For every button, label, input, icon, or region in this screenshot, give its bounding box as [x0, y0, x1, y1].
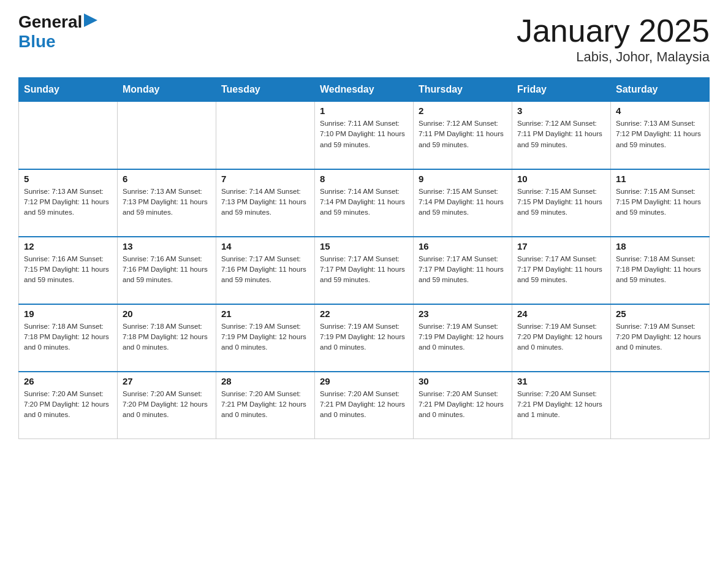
day-info: Sunrise: 7:16 AM Sunset: 7:16 PM Dayligh… [123, 254, 211, 286]
table-row: 9Sunrise: 7:15 AM Sunset: 7:14 PM Daylig… [414, 169, 512, 237]
table-row [19, 102, 118, 169]
day-number: 17 [517, 241, 605, 251]
title-block: January 2025 Labis, Johor, Malaysia [517, 12, 710, 65]
calendar-week-row: 1Sunrise: 7:11 AM Sunset: 7:10 PM Daylig… [19, 102, 710, 169]
table-row: 29Sunrise: 7:20 AM Sunset: 7:21 PM Dayli… [315, 372, 414, 439]
table-row: 8Sunrise: 7:14 AM Sunset: 7:14 PM Daylig… [315, 169, 414, 237]
day-info: Sunrise: 7:14 AM Sunset: 7:13 PM Dayligh… [221, 186, 309, 218]
day-number: 1 [320, 105, 408, 116]
day-info: Sunrise: 7:20 AM Sunset: 7:21 PM Dayligh… [517, 389, 605, 421]
day-number: 30 [419, 376, 507, 386]
table-row: 17Sunrise: 7:17 AM Sunset: 7:17 PM Dayli… [512, 237, 611, 304]
table-row: 15Sunrise: 7:17 AM Sunset: 7:17 PM Dayli… [315, 237, 414, 304]
day-info: Sunrise: 7:17 AM Sunset: 7:17 PM Dayligh… [419, 254, 507, 286]
table-row [118, 102, 216, 169]
day-info: Sunrise: 7:20 AM Sunset: 7:20 PM Dayligh… [123, 389, 211, 421]
table-row: 26Sunrise: 7:20 AM Sunset: 7:20 PM Dayli… [19, 372, 118, 439]
logo-general-text: General [18, 12, 82, 32]
table-row [611, 372, 710, 439]
day-number: 23 [419, 308, 507, 319]
day-number: 6 [123, 174, 211, 184]
day-info: Sunrise: 7:13 AM Sunset: 7:12 PM Dayligh… [24, 186, 112, 218]
table-row: 21Sunrise: 7:19 AM Sunset: 7:19 PM Dayli… [216, 304, 315, 372]
table-row: 1Sunrise: 7:11 AM Sunset: 7:10 PM Daylig… [315, 102, 414, 169]
calendar-subtitle: Labis, Johor, Malaysia [517, 49, 710, 65]
day-info: Sunrise: 7:15 AM Sunset: 7:15 PM Dayligh… [616, 186, 704, 218]
header-monday: Monday [118, 78, 216, 102]
table-row: 22Sunrise: 7:19 AM Sunset: 7:19 PM Dayli… [315, 304, 414, 372]
header-tuesday: Tuesday [216, 78, 315, 102]
calendar-title: January 2025 [517, 12, 710, 49]
day-number: 20 [123, 308, 211, 319]
day-info: Sunrise: 7:11 AM Sunset: 7:10 PM Dayligh… [320, 118, 408, 150]
day-info: Sunrise: 7:20 AM Sunset: 7:21 PM Dayligh… [419, 389, 507, 421]
table-row: 30Sunrise: 7:20 AM Sunset: 7:21 PM Dayli… [414, 372, 512, 439]
table-row: 27Sunrise: 7:20 AM Sunset: 7:20 PM Dayli… [118, 372, 216, 439]
day-number: 13 [123, 241, 211, 251]
day-info: Sunrise: 7:19 AM Sunset: 7:19 PM Dayligh… [320, 321, 408, 353]
day-number: 12 [24, 241, 112, 251]
table-row: 14Sunrise: 7:17 AM Sunset: 7:16 PM Dayli… [216, 237, 315, 304]
table-row: 31Sunrise: 7:20 AM Sunset: 7:21 PM Dayli… [512, 372, 611, 439]
header-wednesday: Wednesday [315, 78, 414, 102]
table-row: 20Sunrise: 7:18 AM Sunset: 7:18 PM Dayli… [118, 304, 216, 372]
table-row: 11Sunrise: 7:15 AM Sunset: 7:15 PM Dayli… [611, 169, 710, 237]
day-number: 7 [221, 174, 309, 184]
day-number: 28 [221, 376, 309, 386]
calendar-week-row: 5Sunrise: 7:13 AM Sunset: 7:12 PM Daylig… [19, 169, 710, 237]
day-number: 16 [419, 241, 507, 251]
table-row: 28Sunrise: 7:20 AM Sunset: 7:21 PM Dayli… [216, 372, 315, 439]
day-info: Sunrise: 7:15 AM Sunset: 7:14 PM Dayligh… [419, 186, 507, 218]
day-number: 29 [320, 376, 408, 386]
table-row: 3Sunrise: 7:12 AM Sunset: 7:11 PM Daylig… [512, 102, 611, 169]
table-row: 23Sunrise: 7:19 AM Sunset: 7:19 PM Dayli… [414, 304, 512, 372]
table-row: 5Sunrise: 7:13 AM Sunset: 7:12 PM Daylig… [19, 169, 118, 237]
day-number: 11 [616, 174, 704, 184]
day-info: Sunrise: 7:16 AM Sunset: 7:15 PM Dayligh… [24, 254, 112, 286]
day-number: 18 [616, 241, 704, 251]
table-row: 16Sunrise: 7:17 AM Sunset: 7:17 PM Dayli… [414, 237, 512, 304]
calendar-week-row: 19Sunrise: 7:18 AM Sunset: 7:18 PM Dayli… [19, 304, 710, 372]
table-row: 12Sunrise: 7:16 AM Sunset: 7:15 PM Dayli… [19, 237, 118, 304]
header-sunday: Sunday [19, 78, 118, 102]
logo-blue-text: Blue [18, 32, 56, 51]
page-header: General Blue January 2025 Labis, Johor, … [18, 12, 710, 65]
day-info: Sunrise: 7:19 AM Sunset: 7:20 PM Dayligh… [616, 321, 704, 353]
day-number: 21 [221, 308, 309, 319]
day-number: 27 [123, 376, 211, 386]
table-row: 6Sunrise: 7:13 AM Sunset: 7:13 PM Daylig… [118, 169, 216, 237]
calendar-table: Sunday Monday Tuesday Wednesday Thursday… [18, 77, 710, 439]
day-info: Sunrise: 7:19 AM Sunset: 7:20 PM Dayligh… [517, 321, 605, 353]
day-number: 10 [517, 174, 605, 184]
day-info: Sunrise: 7:17 AM Sunset: 7:16 PM Dayligh… [221, 254, 309, 286]
day-number: 8 [320, 174, 408, 184]
day-info: Sunrise: 7:20 AM Sunset: 7:21 PM Dayligh… [221, 389, 309, 421]
calendar-week-row: 26Sunrise: 7:20 AM Sunset: 7:20 PM Dayli… [19, 372, 710, 439]
table-row: 13Sunrise: 7:16 AM Sunset: 7:16 PM Dayli… [118, 237, 216, 304]
day-number: 26 [24, 376, 112, 386]
day-info: Sunrise: 7:14 AM Sunset: 7:14 PM Dayligh… [320, 186, 408, 218]
day-info: Sunrise: 7:12 AM Sunset: 7:11 PM Dayligh… [517, 118, 605, 150]
header-saturday: Saturday [611, 78, 710, 102]
table-row [216, 102, 315, 169]
day-number: 19 [24, 308, 112, 319]
day-number: 15 [320, 241, 408, 251]
day-number: 24 [517, 308, 605, 319]
table-row: 18Sunrise: 7:18 AM Sunset: 7:18 PM Dayli… [611, 237, 710, 304]
day-info: Sunrise: 7:19 AM Sunset: 7:19 PM Dayligh… [221, 321, 309, 353]
header-thursday: Thursday [414, 78, 512, 102]
day-info: Sunrise: 7:20 AM Sunset: 7:21 PM Dayligh… [320, 389, 408, 421]
day-info: Sunrise: 7:13 AM Sunset: 7:12 PM Dayligh… [616, 118, 704, 150]
calendar-week-row: 12Sunrise: 7:16 AM Sunset: 7:15 PM Dayli… [19, 237, 710, 304]
logo: General Blue [18, 12, 97, 52]
day-number: 25 [616, 308, 704, 319]
day-number: 31 [517, 376, 605, 386]
header-friday: Friday [512, 78, 611, 102]
day-info: Sunrise: 7:15 AM Sunset: 7:15 PM Dayligh… [517, 186, 605, 218]
day-info: Sunrise: 7:18 AM Sunset: 7:18 PM Dayligh… [616, 254, 704, 286]
day-number: 14 [221, 241, 309, 251]
day-number: 2 [419, 105, 507, 116]
table-row: 10Sunrise: 7:15 AM Sunset: 7:15 PM Dayli… [512, 169, 611, 237]
day-info: Sunrise: 7:19 AM Sunset: 7:19 PM Dayligh… [419, 321, 507, 353]
day-info: Sunrise: 7:13 AM Sunset: 7:13 PM Dayligh… [123, 186, 211, 218]
